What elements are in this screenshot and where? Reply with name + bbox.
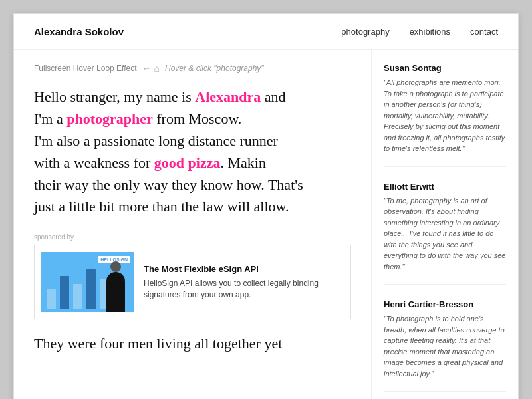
hero-line5: their way the only way they know how. Th… xyxy=(34,176,303,193)
hero-line2-pre: I'm a xyxy=(34,110,66,127)
hero-line4-post: . Makin xyxy=(220,154,265,171)
hero-line4-pre: with a weakness for xyxy=(34,154,154,171)
sponsored-section: sponsored by HELLOSIGN xyxy=(34,233,351,319)
ad-title: The Most Flexible eSign API xyxy=(144,264,344,274)
header: Alexandra Sokolov photography exhibition… xyxy=(14,14,518,50)
quote-author-sontag: Susan Sontag xyxy=(384,63,506,73)
quote-text-bresson: "To photograph is to hold one's breath, … xyxy=(384,313,506,379)
quote-erwitt: Elliott Erwitt "To me, photography is an… xyxy=(384,182,506,285)
back-button[interactable]: ← xyxy=(142,63,152,74)
hero-text-block: Hello stranger, my name is Alexandra and… xyxy=(34,86,351,217)
site-title: Alexandra Sokolov xyxy=(34,26,124,37)
ad-person-figure xyxy=(106,272,125,312)
breadcrumb-link[interactable]: Fullscreen Hover Loop Effect xyxy=(34,64,137,73)
nav-photography[interactable]: photography xyxy=(341,27,389,37)
hero-name: Alexandra xyxy=(195,88,261,105)
nav-exhibitions[interactable]: exhibitions xyxy=(410,27,450,37)
ad-desc: HelloSign API allows you to collect lega… xyxy=(144,278,344,301)
quote-text-erwitt: "To me, photography is an art of observa… xyxy=(384,196,506,273)
quote-sontag: Susan Sontag "All photographs are mement… xyxy=(384,63,506,167)
quote-author-bresson: Henri Cartier-Bresson xyxy=(384,299,506,309)
breadcrumb-arrows: ← ⌂ xyxy=(142,63,160,74)
home-icon[interactable]: ⌂ xyxy=(154,63,160,74)
hero-line2-post: from Moscow. xyxy=(153,110,242,127)
ad-box[interactable]: HELLOSIGN The Most Flexible eSign API He… xyxy=(34,245,351,319)
main-layout: Fullscreen Hover Loop Effect ← ⌂ Hover &… xyxy=(14,50,518,399)
bar-1 xyxy=(47,289,56,309)
main-window: Alexandra Sokolov photography exhibition… xyxy=(13,13,519,399)
quote-bresson: Henri Cartier-Bresson "To photograph is … xyxy=(384,299,506,392)
hero-pizza: good pizza xyxy=(154,154,221,171)
ad-content: The Most Flexible eSign API HelloSign AP… xyxy=(144,264,344,301)
left-content: Fullscreen Hover Loop Effect ← ⌂ Hover &… xyxy=(14,50,372,399)
nav-contact[interactable]: contact xyxy=(470,27,498,37)
right-sidebar: Susan Sontag "All photographs are mement… xyxy=(372,50,518,399)
hero-line1-post: and xyxy=(261,88,285,105)
bottom-text: They were four men living all together y… xyxy=(34,332,351,354)
hero-line6: just a little bit more than the law will… xyxy=(34,198,289,215)
breadcrumb: Fullscreen Hover Loop Effect ← ⌂ Hover &… xyxy=(34,63,351,74)
sponsored-label: sponsored by xyxy=(34,233,351,241)
bar-2 xyxy=(60,276,69,309)
main-nav: photography exhibitions contact xyxy=(341,27,498,37)
bar-3 xyxy=(73,284,82,309)
quote-author-erwitt: Elliott Erwitt xyxy=(384,182,506,192)
bar-4 xyxy=(86,269,96,309)
ad-image: HELLOSIGN xyxy=(41,252,134,312)
hero-line3: I'm also a passionate long distance runn… xyxy=(34,132,278,149)
quote-text-sontag: "All photographs are memento mori. To ta… xyxy=(384,77,506,154)
hero-job: photographer xyxy=(66,110,153,127)
hover-hint: Hover & click "photography" xyxy=(165,64,264,73)
hero-line1-pre: Hello stranger, my name is xyxy=(34,88,195,105)
